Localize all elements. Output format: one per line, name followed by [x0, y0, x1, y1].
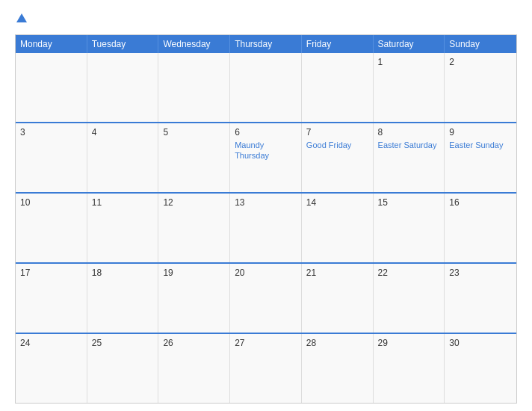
calendar-cell: 18: [87, 264, 159, 333]
header-day-wednesday: Wednesday: [158, 35, 230, 53]
calendar-header-row: MondayTuesdayWednesdayThursdayFridaySatu…: [16, 35, 516, 53]
calendar-cell: [302, 53, 374, 122]
calendar-week-3: 10111213141516: [16, 194, 516, 264]
calendar-cell: 14: [302, 194, 374, 262]
day-number: 30: [449, 338, 512, 348]
calendar-cell: 28: [302, 334, 374, 403]
calendar-cell: 12: [158, 194, 230, 262]
day-number: 25: [92, 338, 154, 348]
calendar-cell: 27: [230, 334, 302, 403]
day-event: Easter Saturday: [378, 140, 437, 149]
day-number: 22: [378, 268, 440, 278]
calendar-cell: 29: [374, 334, 445, 403]
header-day-sunday: Sunday: [445, 35, 516, 53]
calendar-cell: 16: [445, 194, 516, 262]
day-event: Maundy Thursday: [235, 140, 269, 160]
calendar-cell: 9Easter Sunday: [445, 123, 516, 192]
calendar-cell: 15: [374, 194, 445, 262]
day-number: 4: [92, 127, 154, 137]
calendar-cell: 23: [445, 264, 516, 333]
calendar-cell: 13: [230, 194, 302, 262]
day-number: 29: [378, 338, 440, 348]
day-number: 3: [20, 127, 82, 137]
day-number: 7: [306, 127, 368, 137]
logo: [15, 13, 27, 24]
day-event: Easter Sunday: [449, 140, 503, 149]
calendar-cell: 3: [16, 123, 87, 192]
day-number: 19: [163, 268, 225, 278]
day-number: 6: [235, 127, 297, 137]
logo-triangle-icon: [16, 13, 27, 22]
calendar-cell: 21: [302, 264, 374, 333]
calendar-cell: 4: [87, 123, 159, 192]
calendar-cell: 19: [158, 264, 230, 333]
calendar-cell: 30: [445, 334, 516, 403]
calendar-week-4: 17181920212223: [16, 264, 516, 334]
calendar-cell: 20: [230, 264, 302, 333]
calendar-cell: 25: [87, 334, 159, 403]
day-number: 17: [20, 268, 82, 278]
calendar-cell: 26: [158, 334, 230, 403]
calendar-cell: [16, 53, 87, 122]
calendar-body: 123456Maundy Thursday7Good Friday8Easter…: [16, 53, 516, 403]
day-number: 21: [306, 268, 368, 278]
day-event: Good Friday: [306, 140, 352, 149]
header: [15, 13, 517, 24]
calendar-cell: 7Good Friday: [302, 123, 374, 192]
day-number: 12: [163, 197, 225, 208]
day-number: 16: [449, 197, 512, 208]
header-day-monday: Monday: [16, 35, 87, 53]
day-number: 8: [378, 127, 440, 137]
day-number: 2: [449, 57, 512, 67]
calendar-week-5: 24252627282930: [16, 334, 516, 403]
calendar-week-1: 12: [16, 53, 516, 123]
calendar-cell: 1: [374, 53, 445, 122]
day-number: 27: [235, 338, 297, 348]
header-day-friday: Friday: [302, 35, 374, 53]
day-number: 11: [92, 197, 154, 208]
header-day-thursday: Thursday: [230, 35, 302, 53]
header-day-saturday: Saturday: [374, 35, 445, 53]
calendar: MondayTuesdayWednesdayThursdayFridaySatu…: [15, 34, 517, 404]
header-day-tuesday: Tuesday: [87, 35, 159, 53]
calendar-cell: 8Easter Saturday: [374, 123, 445, 192]
calendar-cell: 2: [445, 53, 516, 122]
day-number: 24: [20, 338, 82, 348]
day-number: 1: [378, 57, 440, 67]
day-number: 14: [306, 197, 368, 208]
day-number: 10: [20, 197, 82, 208]
calendar-cell: [158, 53, 230, 122]
calendar-cell: 11: [87, 194, 159, 262]
calendar-cell: [87, 53, 159, 122]
calendar-cell: 5: [158, 123, 230, 192]
day-number: 15: [378, 197, 440, 208]
calendar-cell: 6Maundy Thursday: [230, 123, 302, 192]
calendar-cell: 24: [16, 334, 87, 403]
calendar-week-2: 3456Maundy Thursday7Good Friday8Easter S…: [16, 123, 516, 194]
day-number: 26: [163, 338, 225, 348]
calendar-cell: [230, 53, 302, 122]
day-number: 20: [235, 268, 297, 278]
calendar-cell: 17: [16, 264, 87, 333]
calendar-cell: 22: [374, 264, 445, 333]
logo-block: [15, 13, 27, 24]
day-number: 18: [92, 268, 154, 278]
day-number: 13: [235, 197, 297, 208]
day-number: 9: [449, 127, 512, 137]
day-number: 23: [449, 268, 512, 278]
calendar-cell: 10: [16, 194, 87, 262]
day-number: 28: [306, 338, 368, 348]
page: MondayTuesdayWednesdayThursdayFridaySatu…: [0, 0, 532, 411]
day-number: 5: [163, 127, 225, 137]
